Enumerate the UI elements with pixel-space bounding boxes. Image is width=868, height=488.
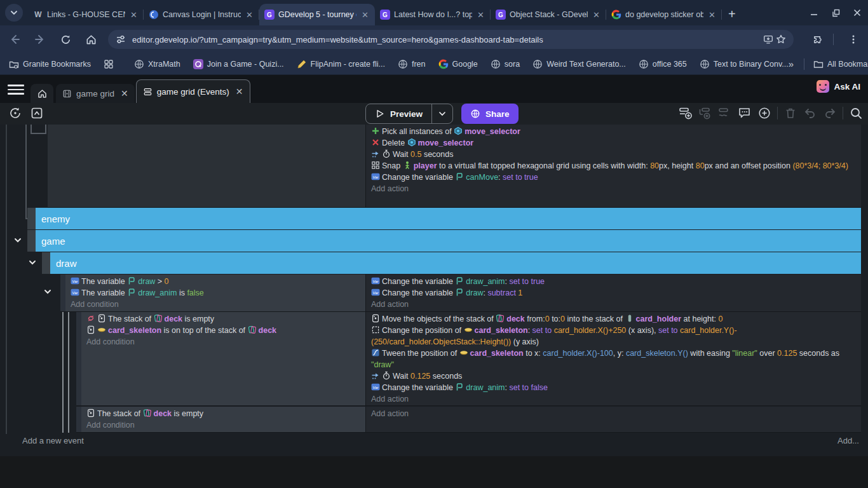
close-tab-icon[interactable]: ✕ bbox=[121, 88, 128, 98]
event-line[interactable]: The stack of deck is empty bbox=[86, 408, 362, 419]
forward-button[interactable] bbox=[29, 29, 51, 50]
tab-search-button[interactable] bbox=[5, 4, 23, 22]
new-tab-button[interactable]: + bbox=[728, 8, 736, 20]
subevent2-actions-cell[interactable]: Add action bbox=[365, 407, 861, 433]
event-line[interactable]: VarChange the variable canMove: set to t… bbox=[371, 172, 857, 183]
bookmark-item[interactable]: Join a Game - Quizi... bbox=[193, 59, 284, 69]
event-line[interactable]: Wait 0.5 seconds bbox=[371, 149, 857, 160]
browser-tab[interactable]: Canvas Login | Instruc✕ bbox=[144, 4, 259, 25]
event-line[interactable]: Tween the position of card_skeleton to x… bbox=[371, 348, 857, 370]
browser-tab[interactable]: WLinks - G-HOUSE CENT✕ bbox=[28, 4, 144, 25]
hamburger-menu-icon[interactable] bbox=[8, 81, 24, 98]
event-line[interactable]: The stack of deck is empty bbox=[86, 313, 362, 325]
group-draw[interactable]: draw bbox=[50, 252, 861, 274]
bookmark-item[interactable]: Google bbox=[438, 59, 478, 69]
event-line[interactable]: card_skeleton is on top of the stack of … bbox=[86, 325, 362, 336]
bookmarks-overflow-button[interactable]: » bbox=[789, 58, 794, 69]
draw-actions-cell[interactable]: VarChange the variable draw_anim: set to… bbox=[365, 274, 861, 312]
browser-menu-icon[interactable] bbox=[843, 29, 864, 50]
scene-capture-icon[interactable] bbox=[29, 105, 44, 121]
undo-icon[interactable] bbox=[803, 106, 817, 120]
event-line[interactable]: Pick all instances of move_selector bbox=[371, 126, 857, 137]
group-handle[interactable] bbox=[42, 252, 50, 274]
group-game[interactable]: game bbox=[36, 230, 861, 252]
add-new-event-button[interactable]: Add a new event bbox=[22, 436, 84, 445]
group-handle[interactable] bbox=[27, 230, 36, 252]
search-icon[interactable] bbox=[849, 106, 863, 120]
group-enemy[interactable]: enemy bbox=[36, 208, 861, 229]
subevent1-actions-cell[interactable]: Move the objects of the stack of deck fr… bbox=[365, 312, 861, 406]
event-line[interactable]: Wait 0.125 seconds bbox=[371, 370, 857, 382]
browser-tab[interactable]: GGDevelop 5 - tourney e✕ bbox=[259, 4, 375, 25]
editor-tab-game-grid[interactable]: game grid✕ bbox=[56, 84, 135, 103]
url-text[interactable]: editor.gdevelop.io/?utm_campaign=try&utm… bbox=[132, 35, 762, 44]
site-settings-icon[interactable] bbox=[114, 33, 127, 46]
add-condition-link[interactable]: Add condition bbox=[86, 419, 362, 431]
close-tab-icon[interactable]: ✕ bbox=[129, 10, 139, 20]
home-button[interactable] bbox=[80, 29, 102, 50]
address-bar[interactable]: editor.gdevelop.io/?utm_campaign=try&utm… bbox=[108, 30, 794, 49]
bookmark-item[interactable]: Text to Binary Conv... bbox=[700, 59, 789, 69]
bookmark-item[interactable]: office 365 bbox=[639, 59, 687, 69]
chevron-down-icon[interactable] bbox=[13, 236, 22, 245]
close-tab-icon[interactable]: ✕ bbox=[360, 10, 370, 20]
history-icon[interactable] bbox=[8, 105, 23, 121]
add-condition-link[interactable]: Add condition bbox=[86, 336, 362, 348]
top-event-conditions-area[interactable] bbox=[48, 125, 365, 208]
browser-tab[interactable]: do gdevelop sticker ob✕ bbox=[606, 4, 722, 25]
event-line[interactable]: Move the objects of the stack of deck fr… bbox=[371, 313, 857, 325]
add-action-link[interactable]: Add action bbox=[371, 393, 857, 405]
add-action-link[interactable]: Add action bbox=[371, 299, 857, 310]
minimize-button[interactable] bbox=[803, 0, 825, 25]
close-tab-icon[interactable]: ✕ bbox=[707, 10, 717, 20]
browser-tab[interactable]: GLatest How do I...? top✕ bbox=[375, 4, 491, 25]
close-tab-icon[interactable]: ✕ bbox=[245, 10, 254, 20]
extensions-icon[interactable] bbox=[806, 29, 828, 50]
cell-handle[interactable] bbox=[76, 407, 81, 432]
add-condition-link[interactable]: Add condition bbox=[71, 299, 362, 310]
chevron-down-icon[interactable] bbox=[43, 287, 52, 296]
add-more-button[interactable]: Add... bbox=[837, 436, 859, 445]
editor-tab-game-grid-events-[interactable]: game grid (Events)✕ bbox=[136, 79, 250, 103]
apps-shortcut[interactable] bbox=[104, 59, 114, 69]
bookmark-item[interactable]: sora bbox=[491, 59, 520, 69]
share-button[interactable]: Share bbox=[461, 104, 519, 124]
add-comment-icon[interactable] bbox=[738, 106, 752, 120]
bookmark-item[interactable]: XtraMath bbox=[134, 59, 180, 69]
cell-handle[interactable] bbox=[60, 274, 65, 311]
install-app-icon[interactable] bbox=[762, 33, 775, 46]
back-button[interactable] bbox=[4, 29, 25, 50]
restore-button[interactable] bbox=[825, 0, 846, 25]
group-handle[interactable] bbox=[27, 208, 36, 229]
close-tab-icon[interactable]: ✕ bbox=[592, 10, 601, 20]
cell-handle[interactable] bbox=[76, 312, 81, 405]
add-action-link[interactable]: Add action bbox=[371, 183, 857, 194]
reload-button[interactable] bbox=[55, 29, 76, 50]
top-event-actions-area[interactable]: Pick all instances of move_selectorDelet… bbox=[365, 125, 861, 208]
preview-button[interactable]: Preview bbox=[365, 104, 453, 124]
add-action-link[interactable]: Add action bbox=[371, 408, 857, 419]
subevent2-conditions-cell[interactable]: The stack of deck is emptyAdd condition bbox=[76, 407, 365, 433]
all-bookmarks-button[interactable]: All Bookmarks bbox=[813, 59, 868, 69]
event-line[interactable]: VarChange the variable draw_anim: set to… bbox=[371, 382, 857, 393]
close-window-button[interactable] bbox=[846, 0, 868, 25]
close-tab-icon[interactable]: ✕ bbox=[236, 86, 243, 97]
event-line[interactable]: Snap player to a virtual flat topped hex… bbox=[371, 160, 857, 172]
bookmark-star-icon[interactable] bbox=[775, 33, 787, 46]
event-line[interactable]: Change the position of card_skeleton: se… bbox=[371, 325, 857, 348]
preview-options-button[interactable] bbox=[431, 104, 452, 123]
event-line[interactable]: Delete move_selector bbox=[371, 137, 857, 149]
add-event-icon[interactable] bbox=[679, 106, 693, 120]
bookmark-item[interactable]: fren bbox=[398, 59, 426, 69]
event-line[interactable]: VarChange the variable draw: subtract 1 bbox=[371, 287, 857, 299]
bookmark-item[interactable]: FlipAnim - create fli... bbox=[297, 59, 385, 69]
browser-tab[interactable]: GObject Stack - GDevelo✕ bbox=[491, 4, 606, 25]
chevron-down-icon[interactable] bbox=[28, 258, 37, 267]
redo-icon[interactable] bbox=[823, 106, 837, 120]
event-line[interactable]: VarThe variable draw > 0 bbox=[71, 276, 362, 287]
home-tab[interactable] bbox=[31, 84, 53, 103]
close-tab-icon[interactable]: ✕ bbox=[476, 10, 485, 20]
add-circle-icon[interactable] bbox=[757, 106, 771, 120]
bookmark-item[interactable]: Weird Text Generato... bbox=[532, 59, 626, 69]
draw-conditions-cell[interactable]: VarThe variable draw > 0VarThe variable … bbox=[60, 274, 365, 312]
